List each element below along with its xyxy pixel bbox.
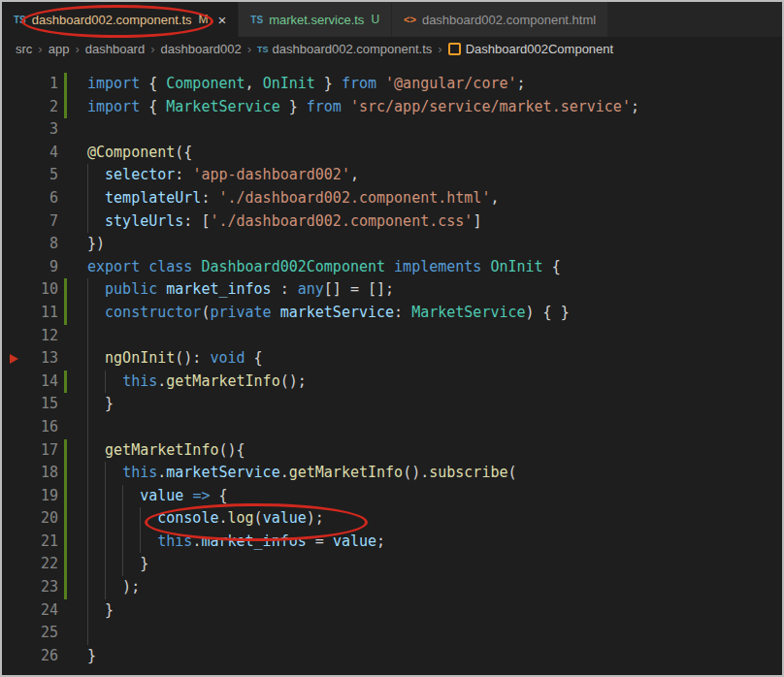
code-line[interactable]: 21 this.market_infos = value; bbox=[2, 531, 782, 554]
code-text[interactable]: templateUrl: './dashboard002.component.h… bbox=[72, 187, 782, 210]
code-text[interactable]: } bbox=[72, 393, 782, 416]
close-icon[interactable]: × bbox=[218, 13, 227, 27]
code-line[interactable]: 4@Component({ bbox=[2, 142, 782, 165]
code-text[interactable]: }) bbox=[72, 233, 782, 256]
line-number[interactable]: 21 bbox=[35, 531, 58, 554]
code-text[interactable]: import { MarketService } from 'src/app/s… bbox=[72, 96, 782, 119]
gutter-change-column bbox=[58, 393, 72, 416]
code-text[interactable]: ); bbox=[72, 576, 782, 599]
code-line[interactable]: 14 this.getMarketInfo(); bbox=[2, 371, 782, 394]
tab-market.service.ts[interactable]: TSmarket.service.tsU bbox=[239, 2, 392, 37]
line-number[interactable]: 2 bbox=[35, 96, 58, 119]
line-number[interactable]: 16 bbox=[35, 416, 58, 439]
line-number[interactable]: 7 bbox=[35, 210, 58, 234]
code-text[interactable]: import { Component, OnInit } from '@angu… bbox=[72, 73, 782, 96]
code-text[interactable] bbox=[72, 118, 782, 142]
glyph-margin bbox=[2, 416, 35, 439]
breadcrumb-item-dashboard002.component.ts[interactable]: TSdashboard002.component.ts bbox=[257, 42, 432, 56]
tab-dashboard002.component.html[interactable]: <>dashboard002.component.html bbox=[392, 2, 608, 37]
code-token: class bbox=[148, 258, 192, 275]
code-line[interactable]: 24 } bbox=[2, 599, 782, 623]
indent-guide bbox=[87, 439, 88, 463]
code-text[interactable]: public market_infos : any[] = []; bbox=[72, 278, 782, 302]
code-token: MarketService bbox=[411, 304, 525, 321]
line-number[interactable]: 4 bbox=[35, 142, 58, 165]
code-line[interactable]: 23 ); bbox=[2, 576, 782, 599]
code-token: : [ bbox=[183, 212, 210, 230]
code-line[interactable]: 16 bbox=[2, 416, 782, 439]
line-number[interactable]: 20 bbox=[35, 507, 58, 531]
code-text[interactable] bbox=[72, 325, 782, 348]
code-text[interactable] bbox=[72, 622, 782, 645]
code-line[interactable]: 17 getMarketInfo(){ bbox=[2, 439, 782, 463]
code-line[interactable]: 6 templateUrl: './dashboard002.component… bbox=[2, 187, 782, 210]
code-line[interactable]: 20 console.log(value); bbox=[2, 507, 782, 531]
code-line[interactable]: 15 } bbox=[2, 393, 782, 416]
code-text[interactable]: @Component({ bbox=[72, 142, 782, 165]
code-text[interactable]: } bbox=[72, 645, 782, 668]
code-line[interactable]: 11 constructor(private marketService: Ma… bbox=[2, 302, 782, 325]
line-number[interactable]: 10 bbox=[35, 278, 58, 302]
line-number[interactable]: 5 bbox=[35, 164, 58, 187]
line-number[interactable]: 19 bbox=[35, 485, 58, 508]
breadcrumb-item-Dashboard002Component[interactable]: Dashboard002Component bbox=[448, 42, 614, 56]
line-number[interactable]: 13 bbox=[35, 347, 58, 371]
code-line[interactable]: 9export class Dashboard002Component impl… bbox=[2, 256, 782, 279]
line-number[interactable]: 18 bbox=[35, 462, 58, 485]
code-line[interactable]: 7 styleUrls: ['./dashboard002.component.… bbox=[2, 210, 782, 234]
code-editor[interactable]: 1import { Component, OnInit } from '@ang… bbox=[2, 61, 782, 667]
glyph-margin bbox=[2, 439, 35, 463]
line-number[interactable]: 24 bbox=[35, 599, 58, 623]
code-text[interactable]: this.marketService.getMarketInfo().subsc… bbox=[72, 462, 782, 485]
code-token: import bbox=[87, 75, 140, 92]
code-text[interactable]: this.getMarketInfo(); bbox=[72, 371, 782, 394]
code-text[interactable]: } bbox=[72, 553, 782, 576]
line-number[interactable]: 22 bbox=[35, 553, 58, 576]
code-text[interactable]: getMarketInfo(){ bbox=[72, 439, 782, 463]
code-line[interactable]: 13 ngOnInit(): void { bbox=[2, 347, 782, 371]
code-line[interactable]: 22 } bbox=[2, 553, 782, 576]
code-text[interactable]: export class Dashboard002Component imple… bbox=[72, 256, 782, 279]
glyph-margin bbox=[2, 599, 35, 623]
breadcrumb-item-dashboard[interactable]: dashboard bbox=[85, 42, 145, 56]
code-text[interactable] bbox=[72, 416, 782, 439]
code-line[interactable]: 18 this.marketService.getMarketInfo().su… bbox=[2, 462, 782, 485]
breadcrumb-item-dashboard002[interactable]: dashboard002 bbox=[161, 42, 242, 56]
breadcrumb-item-app[interactable]: app bbox=[49, 42, 70, 56]
line-number[interactable]: 23 bbox=[35, 576, 58, 599]
line-number[interactable]: 26 bbox=[35, 645, 58, 668]
code-line[interactable]: 12 bbox=[2, 325, 782, 348]
code-text[interactable]: this.market_infos = value; bbox=[72, 531, 782, 554]
code-text[interactable]: value => { bbox=[72, 485, 782, 508]
line-number[interactable]: 12 bbox=[35, 325, 58, 348]
code-line[interactable]: 10 public market_infos : any[] = []; bbox=[2, 278, 782, 302]
code-line[interactable]: 2import { MarketService } from 'src/app/… bbox=[2, 96, 782, 119]
line-number[interactable]: 11 bbox=[35, 302, 58, 325]
code-text[interactable]: console.log(value); bbox=[72, 507, 782, 531]
code-text[interactable]: selector: 'app-dashboard002', bbox=[72, 164, 782, 187]
line-number[interactable]: 1 bbox=[35, 73, 58, 96]
line-number[interactable]: 9 bbox=[35, 256, 58, 279]
code-text[interactable]: constructor(private marketService: Marke… bbox=[72, 302, 782, 325]
tab-dashboard002.component.ts[interactable]: TSdashboard002.component.tsM× bbox=[2, 2, 239, 37]
line-number[interactable]: 8 bbox=[35, 233, 58, 256]
code-line[interactable]: 26} bbox=[2, 645, 782, 668]
added-line-indicator bbox=[64, 485, 67, 508]
code-line[interactable]: 8}) bbox=[2, 233, 782, 256]
code-token: this bbox=[157, 532, 192, 550]
line-number[interactable]: 14 bbox=[35, 371, 58, 394]
code-line[interactable]: 5 selector: 'app-dashboard002', bbox=[2, 164, 782, 187]
code-line[interactable]: 3 bbox=[2, 118, 782, 142]
code-text[interactable]: ngOnInit(): void { bbox=[72, 347, 782, 371]
line-number[interactable]: 25 bbox=[35, 622, 58, 645]
code-text[interactable]: styleUrls: ['./dashboard002.component.cs… bbox=[72, 210, 782, 234]
code-text[interactable]: } bbox=[72, 599, 782, 623]
breadcrumb-item-src[interactable]: src bbox=[16, 42, 32, 56]
code-line[interactable]: 25 bbox=[2, 622, 782, 645]
line-number[interactable]: 6 bbox=[35, 187, 58, 210]
code-line[interactable]: 19 value => { bbox=[2, 485, 782, 508]
line-number[interactable]: 3 bbox=[35, 118, 58, 142]
line-number[interactable]: 17 bbox=[35, 439, 58, 463]
code-line[interactable]: 1import { Component, OnInit } from '@ang… bbox=[2, 73, 782, 96]
line-number[interactable]: 15 bbox=[35, 393, 58, 416]
